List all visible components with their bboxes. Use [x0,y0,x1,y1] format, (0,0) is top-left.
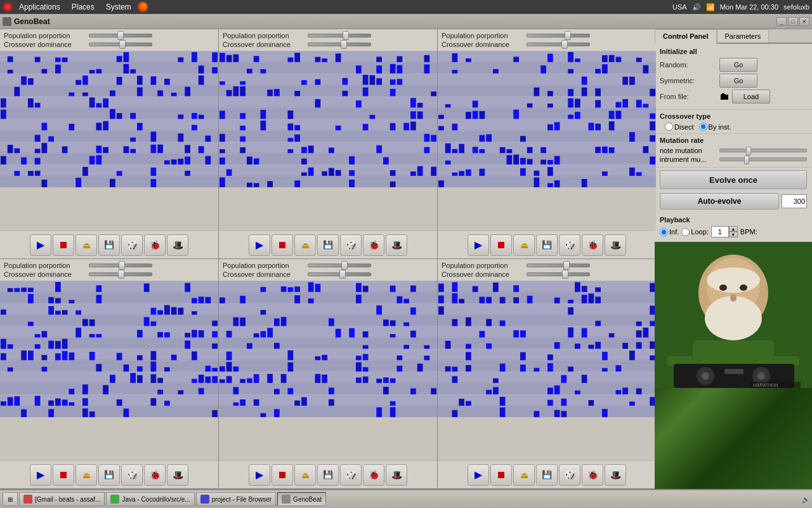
save-button-3[interactable]: 💾 [536,234,558,256]
volume-icon[interactable]: 🔊 [692,3,701,11]
stop-button-6[interactable]: ⏹ [490,464,512,486]
stop-button-2[interactable]: ⏹ [272,234,293,256]
auto-evolve-button[interactable]: Auto-evolve [660,193,779,210]
file-browse-icon[interactable]: 🖿 [719,91,730,102]
hat-button-1[interactable]: 🎩 [167,234,188,256]
bug-button-3[interactable]: 🐞 [582,234,603,256]
hat-button-2[interactable]: 🎩 [386,234,407,256]
inf-radio-input[interactable] [660,228,668,236]
save-button-6[interactable]: 💾 [536,464,558,486]
app-icon [3,17,11,26]
dice-button-4[interactable]: 🎲 [121,464,143,486]
bug-button-6[interactable]: 🐞 [582,464,603,486]
hat-button-3[interactable]: 🎩 [605,234,626,256]
taskbar-item-2[interactable]: project - File Browser [196,492,276,506]
disect-radio[interactable]: Disect [665,123,694,131]
save-button-1[interactable]: 💾 [98,234,120,256]
save-button-5[interactable]: 💾 [317,464,339,486]
crossover-slider-1[interactable] [89,43,152,46]
bug-button-1[interactable]: 🐞 [144,234,166,256]
eject-button-3[interactable]: ⏏ [513,234,535,256]
taskbar-label-2: project - File Browser [212,496,272,503]
population-slider-2[interactable] [308,34,371,37]
dice-button-1[interactable]: 🎲 [121,234,143,256]
population-slider-5[interactable] [308,264,371,267]
note-mutation-slider[interactable] [719,149,807,152]
maximize-button[interactable]: □ [788,17,798,26]
save-button-4[interactable]: 💾 [98,464,120,486]
dice-button-6[interactable]: 🎲 [559,464,580,486]
network-icon[interactable]: 📶 [706,3,715,11]
play-button-4[interactable]: ▶ [30,464,51,486]
crossover-slider-5[interactable] [308,272,371,276]
play-button-5[interactable]: ▶ [249,464,270,486]
play-button-3[interactable]: ▶ [468,234,489,256]
evolve-once-button[interactable]: Evolve once [660,170,807,189]
beat-visual-6 [438,281,656,460]
svg-point-6 [740,284,747,291]
loop-radio[interactable]: Loop: [681,228,709,236]
bug-button-4[interactable]: 🐞 [144,464,166,486]
eject-button-6[interactable]: ⏏ [513,464,535,486]
panel-6-controls: Population porportion Crossover dominanc… [438,259,656,281]
location-label: USA [672,3,687,11]
stop-button-5[interactable]: ⏹ [272,464,293,486]
hat-button-4[interactable]: 🎩 [167,464,188,486]
eject-button-1[interactable]: ⏏ [75,234,97,256]
eject-button-2[interactable]: ⏏ [294,234,316,256]
close-button[interactable]: ✕ [799,17,809,26]
random-go-button[interactable]: Go [719,58,757,72]
by-inst-radio[interactable]: By inst. [699,123,731,131]
loop-count-up[interactable]: ▲ [729,226,738,232]
dice-button-3[interactable]: 🎲 [559,234,580,256]
menu-places[interactable]: Places [67,1,100,13]
inf-radio[interactable]: Inf. [660,228,679,236]
play-button-6[interactable]: ▶ [468,464,489,486]
bug-button-2[interactable]: 🐞 [363,234,384,256]
play-button-2[interactable]: ▶ [249,234,270,256]
menu-applications[interactable]: Applications [14,1,65,13]
population-slider-4[interactable] [89,264,152,267]
loop-count-down[interactable]: ▼ [729,232,738,237]
playback-title: Playback [660,216,807,224]
hat-button-6[interactable]: 🎩 [605,464,626,486]
symmetric-go-button[interactable]: Go [719,74,757,88]
crossover-slider-6[interactable] [527,272,590,276]
taskbar-item-0[interactable]: [Gmail - beats - assaf... [19,492,105,506]
eject-button-4[interactable]: ⏏ [75,464,97,486]
hat-button-5[interactable]: 🎩 [386,464,407,486]
stop-button-4[interactable]: ⏹ [53,464,74,486]
bug-button-5[interactable]: 🐞 [363,464,384,486]
stop-button-1[interactable]: ⏹ [53,234,74,256]
save-button-2[interactable]: 💾 [317,234,339,256]
eject-button-5[interactable]: ⏏ [294,464,316,486]
population-slider-3[interactable] [527,34,590,37]
minimize-button[interactable]: _ [776,17,787,26]
load-button[interactable]: Load [732,90,770,104]
loop-count-input[interactable] [711,226,729,237]
crossover-slider-2[interactable] [308,43,371,46]
taskbar-item-1[interactable]: Java - Cocodrillo/src/e... [106,492,194,506]
crossover-slider-4[interactable] [89,272,152,276]
by-inst-radio-input[interactable] [699,123,707,131]
firefox-icon[interactable] [138,2,148,12]
auto-evolve-input[interactable] [782,194,807,208]
stop-button-3[interactable]: ⏹ [490,234,512,256]
taskbar-network-icon[interactable]: 🔊 [802,496,809,503]
play-button-1[interactable]: ▶ [30,234,51,256]
panel-5-toolbar: ▶ ⏹ ⏏ 💾 🎲 🐞 🎩 [219,460,437,488]
instr-mutation-slider[interactable] [719,157,807,161]
population-slider-6[interactable] [527,264,590,267]
population-slider-1[interactable] [89,34,152,37]
tab-parameters[interactable]: Parameters [717,29,769,43]
disect-radio-input[interactable] [665,123,673,131]
dice-button-2[interactable]: 🎲 [340,234,362,256]
dice-button-5[interactable]: 🎲 [340,464,362,486]
tab-control-panel[interactable]: Control Panel [655,29,717,44]
population-label-4: Population porportion [4,262,86,269]
taskbar-start[interactable]: ⊞ [3,492,18,506]
menu-system[interactable]: System [101,1,136,13]
crossover-slider-3[interactable] [527,43,590,46]
taskbar-item-3[interactable]: GenoBeat [277,492,326,506]
loop-radio-input[interactable] [681,228,690,236]
